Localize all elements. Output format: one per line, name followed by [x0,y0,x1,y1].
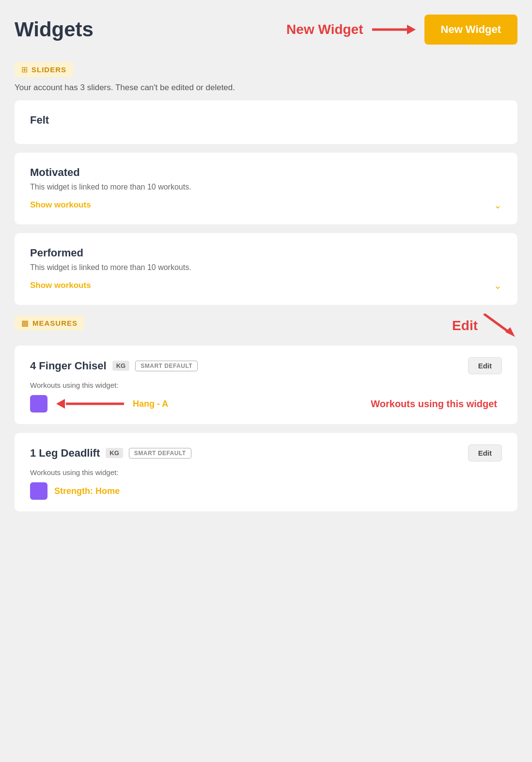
sliders-section: ⊞ SLIDERS Your account has 3 sliders. Th… [15,62,517,305]
svg-marker-1 [407,25,416,34]
show-workouts-row-motivated: Show workouts ⌄ [30,199,502,211]
header-right: New Widget New Widget [286,15,517,45]
workouts-label-4finger: Workouts using this widget: [30,381,502,389]
badge-smart-1leg: SMART DEFAULT [129,448,191,459]
chevron-down-icon-performed[interactable]: ⌄ [494,280,502,291]
workout-item-strength-home: Strength: Home [30,482,502,500]
edit-annotation-label: Edit [452,318,478,333]
badge-smart-4finger: SMART DEFAULT [135,361,198,371]
page-title: Widgets [15,18,94,41]
edit-button-4finger[interactable]: Edit [468,357,502,374]
measures-header: ▩ MEASURES Edit [15,314,517,338]
slider-card-felt: Felt [15,100,517,144]
arrow-diagonal-icon [484,314,517,338]
measure-title-row-4finger: 4 Finger Chisel KG SMART DEFAULT [30,360,198,372]
slider-desc-performed: This widget is linked to more than 10 wo… [30,263,502,272]
measure-title-1leg: 1 Leg Deadlift [30,447,100,460]
measure-card-1leg: 1 Leg Deadlift KG SMART DEFAULT Edit Wor… [15,433,517,511]
arrow-left-icon [56,398,124,410]
measures-section: ▩ MEASURES Edit 4 Finger Chisel KG SMART… [15,314,517,511]
measure-title-row-1leg: 1 Leg Deadlift KG SMART DEFAULT [30,447,191,460]
svg-marker-3 [505,327,515,337]
measures-icon: ▩ [21,318,29,328]
workout-name-hang-a: Hang - A [133,399,168,409]
sliders-description: Your account has 3 sliders. These can't … [15,83,517,93]
measures-label: MEASURES [32,319,78,327]
svg-line-2 [484,314,510,333]
badge-kg-1leg: KG [106,448,123,458]
measures-badge: ▩ MEASURES [15,316,84,331]
slider-title-felt: Felt [30,114,502,127]
new-widget-button[interactable]: New Widget [424,15,517,45]
workouts-label-1leg: Workouts using this widget: [30,468,502,476]
measure-card-4finger: 4 Finger Chisel KG SMART DEFAULT Edit Wo… [15,346,517,424]
workouts-annotation-label: Workouts using this widget [371,398,502,410]
page-header: Widgets New Widget New Widget [15,15,517,45]
show-workouts-row-performed: Show workouts ⌄ [30,280,502,291]
sliders-label: SLIDERS [31,65,66,74]
slider-card-performed: Performed This widget is linked to more … [15,233,517,305]
workout-color-hang-a [30,395,47,413]
slider-title-performed: Performed [30,247,502,259]
new-widget-annotation: New Widget [286,22,363,37]
chevron-down-icon-motivated[interactable]: ⌄ [494,199,502,211]
slider-card-motivated: Motivated This widget is linked to more … [15,153,517,224]
badge-kg-4finger: KG [112,361,130,371]
workout-color-strength-home [30,482,47,500]
show-workouts-link-performed[interactable]: Show workouts [30,281,91,290]
arrow-right-icon [372,24,416,35]
sliders-badge: ⊞ SLIDERS [15,62,73,77]
show-workouts-link-motivated[interactable]: Show workouts [30,200,91,210]
edit-button-1leg[interactable]: Edit [468,444,502,461]
workout-item-hang-a: Hang - A [30,395,168,413]
workout-annotation-row: Hang - A Workouts using this widget [30,395,502,413]
measure-card-header-4finger: 4 Finger Chisel KG SMART DEFAULT Edit [30,357,502,374]
sliders-icon: ⊞ [21,65,28,74]
measure-title-4finger: 4 Finger Chisel [30,360,107,372]
svg-marker-5 [56,399,65,409]
edit-annotation-area: Edit [452,314,517,338]
slider-title-motivated: Motivated [30,166,502,179]
workout-name-strength-home: Strength: Home [54,486,120,496]
measure-card-header-1leg: 1 Leg Deadlift KG SMART DEFAULT Edit [30,444,502,461]
slider-desc-motivated: This widget is linked to more than 10 wo… [30,183,502,191]
